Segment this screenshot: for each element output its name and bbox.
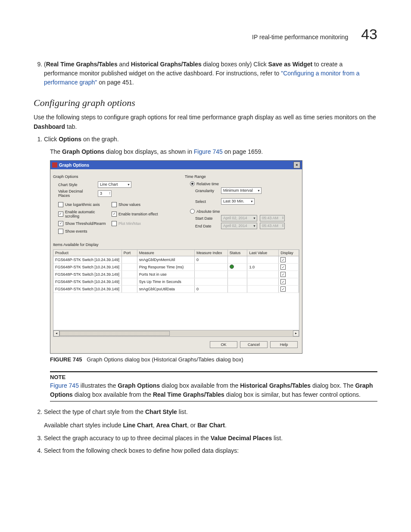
figure-745: Graph Options × Graph Options Chart Styl… <box>50 160 377 354</box>
step-3: Select the graph accuracy to up to three… <box>44 434 377 443</box>
horizontal-scrollbar[interactable]: ◂ ▸ <box>53 330 299 336</box>
graph-options-dialog: Graph Options × Graph Options Chart Styl… <box>50 160 302 354</box>
page: IP real-time performance monitoring 43 (… <box>0 0 411 476</box>
transition-checkbox[interactable] <box>112 212 117 217</box>
cancel-button[interactable]: Cancel <box>240 341 268 348</box>
step-2: Select the type of chart style from the … <box>44 408 377 430</box>
threshold-checkbox[interactable] <box>58 221 63 226</box>
step-list-9: (Real Time Graphs/Tables and Historical … <box>34 60 377 87</box>
help-button[interactable]: Help <box>270 341 298 348</box>
granularity-label: Granularity <box>195 189 218 193</box>
close-icon[interactable]: × <box>293 162 300 168</box>
app-icon <box>52 162 57 168</box>
table-row[interactable]: FGS648P-STK Switch [10.24.39.149]Ports N… <box>53 271 299 278</box>
end-date-field: April 02, 2014 <box>221 223 257 229</box>
display-checkbox[interactable] <box>280 257 286 262</box>
step-list-main: Click Options on the graph. <box>34 135 377 144</box>
relative-time-radio[interactable] <box>190 181 195 186</box>
dialog-title: Graph Options <box>59 163 89 168</box>
scroll-right-arrow[interactable]: ▸ <box>293 330 299 336</box>
table-row[interactable]: FGS648P-STK Switch [10.24.39.149]Sys Up … <box>53 278 299 286</box>
section-heading: Configuring graph options <box>34 97 377 109</box>
step-4: Select from the following check boxes to… <box>44 446 377 455</box>
display-checkbox[interactable] <box>280 264 286 270</box>
right-panel-header: Time Range <box>185 174 299 179</box>
auto-scroll-checkbox[interactable] <box>58 212 63 217</box>
step9-text: (Real Time Graphs/Tables and Historical … <box>44 61 360 86</box>
step-list-2to4: Select the type of chart style from the … <box>34 408 377 455</box>
end-time-field: 05:43 AM <box>260 223 285 229</box>
note-body: Figure 745 illustrates the Graph Options… <box>50 381 377 399</box>
col-display[interactable]: Display <box>279 250 299 256</box>
note-block: NOTE Figure 745 illustrates the Graph Op… <box>50 371 377 401</box>
col-product[interactable]: Product <box>53 250 121 256</box>
time-select[interactable]: Last 30 Min. <box>221 198 255 205</box>
link-fig745-b[interactable]: Figure 745 <box>50 382 79 389</box>
left-panel: Graph Options Chart Style Line Chart Val… <box>53 172 168 235</box>
table-row[interactable]: FGS648P-STK Switch [10.24.39.149]snAgGbl… <box>53 256 299 264</box>
absolute-time-radio[interactable] <box>190 209 195 214</box>
figure-caption: FIGURE 745 Graph Options dialog box (His… <box>50 356 377 363</box>
col-status[interactable]: Status <box>227 250 247 256</box>
running-title: IP real-time performance monitoring <box>252 34 348 40</box>
items-table: Product Port Measure Measure Index Statu… <box>53 250 299 293</box>
dialog-body: Graph Options Chart Style Line Chart Val… <box>50 169 302 353</box>
chart-style-label: Chart Style <box>58 183 95 187</box>
table-row[interactable]: FGS648P-STK Switch [10.24.39.149]snAgGbl… <box>53 286 299 293</box>
items-table-wrap: Product Port Measure Measure Index Statu… <box>53 249 299 337</box>
start-time-field: 05:43 AM <box>260 215 285 221</box>
col-measure-index[interactable]: Measure Index <box>194 250 227 256</box>
running-header: IP real-time performance monitoring 43 <box>34 26 377 43</box>
granularity-select[interactable]: Minimum Interval <box>221 187 262 194</box>
col-measure[interactable]: Measure <box>137 250 194 256</box>
step2-followup: Available chart styles include Line Char… <box>44 421 377 430</box>
scroll-left-arrow[interactable]: ◂ <box>53 330 59 336</box>
display-checkbox[interactable] <box>280 272 286 277</box>
col-port[interactable]: Port <box>121 250 137 256</box>
log-axis-checkbox[interactable] <box>58 202 63 207</box>
right-panel: Time Range Relative time Granularity Min… <box>185 172 299 235</box>
left-panel-header: Graph Options <box>53 174 168 179</box>
step1-result: The Graph Options dialog box displays, a… <box>50 147 377 157</box>
select-label: Select <box>195 199 218 204</box>
show-events-checkbox[interactable] <box>58 229 63 234</box>
display-checkbox[interactable] <box>280 286 286 292</box>
display-checkbox[interactable] <box>280 279 286 284</box>
decimal-spinner[interactable]: 3 <box>98 190 112 197</box>
dialog-title-bar: Graph Options × <box>50 161 302 169</box>
plot-minmax-checkbox <box>112 221 117 226</box>
intro-paragraph: Use the following steps to configure gra… <box>34 113 377 131</box>
chapter-number: 43 <box>361 26 377 43</box>
col-last-value[interactable]: Last Value <box>247 250 279 256</box>
chart-style-select[interactable]: Line Chart <box>98 181 131 188</box>
step-9: (Real Time Graphs/Tables and Historical … <box>44 60 377 87</box>
scroll-thumb[interactable] <box>59 331 170 336</box>
start-date-label: Start Date <box>195 216 218 221</box>
status-ok-icon <box>230 264 234 269</box>
show-values-checkbox[interactable] <box>112 202 117 207</box>
note-title: NOTE <box>50 374 377 380</box>
table-row[interactable]: FGS648P-STK Switch [10.24.39.149]Ping Re… <box>53 264 299 271</box>
ok-button[interactable]: OK <box>210 341 237 348</box>
table-header-row: Product Port Measure Measure Index Statu… <box>53 250 299 256</box>
link-fig745-a[interactable]: Figure 745 <box>194 148 223 155</box>
step-1: Click Options on the graph. <box>44 135 377 144</box>
start-date-field: April 02, 2014 <box>221 215 257 221</box>
items-label: Items Available for Display <box>53 243 299 247</box>
decimal-label: Value Decimal Places <box>58 189 95 198</box>
dialog-button-row: OK Cancel Help <box>53 337 299 351</box>
end-date-label: End Date <box>195 224 218 228</box>
